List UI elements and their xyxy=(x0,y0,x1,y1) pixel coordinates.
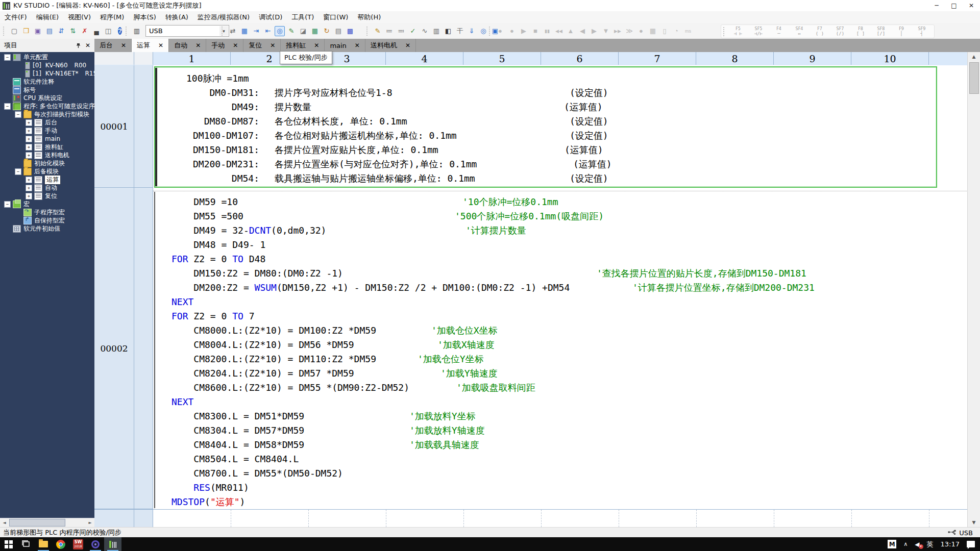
script-check-icon[interactable]: ✓ xyxy=(408,26,418,36)
volume-muted-icon[interactable]: ◀✕ xyxy=(915,541,919,548)
tray-expand-icon[interactable]: ∧ xyxy=(903,541,908,547)
tree-expander-icon[interactable]: − xyxy=(4,103,11,110)
tab-close-icon[interactable]: ✕ xyxy=(270,42,275,49)
step-down-icon[interactable]: ▼ xyxy=(601,26,611,36)
close-button[interactable]: ✕ xyxy=(963,0,980,11)
menu-item-help[interactable]: 帮助(H) xyxy=(353,11,385,23)
vertical-scrollbar[interactable]: ▲ ▼ xyxy=(967,52,980,527)
label-edit-icon[interactable]: ≕ xyxy=(396,26,406,36)
edit-mode-icon[interactable]: ✎ xyxy=(373,26,383,36)
fkey-sf7-button[interactable]: SF7(/) xyxy=(830,26,850,37)
record-alt-icon[interactable]: ● xyxy=(507,26,517,36)
fkey-f5-button[interactable]: F5⊣ ⊢ xyxy=(728,26,748,37)
run-continue-icon[interactable]: ≫ xyxy=(624,26,634,36)
plc-verify-sync-icon[interactable]: ◎ xyxy=(275,26,285,36)
plc-transfer-icon[interactable]: ▦ xyxy=(239,26,250,36)
clock[interactable]: 13:17 xyxy=(941,540,960,548)
taskbar-file-explorer-icon[interactable] xyxy=(35,537,52,551)
tab-backend[interactable]: 后台✕ xyxy=(94,39,132,52)
device-batch-icon[interactable]: ▦ xyxy=(310,26,320,36)
scroll-right-icon[interactable]: ► xyxy=(86,518,94,527)
menu-item-edit[interactable]: 编辑(E) xyxy=(32,11,63,23)
help-icon[interactable]: ? xyxy=(115,26,125,36)
timing-chart-icon[interactable]: ▥ xyxy=(431,26,442,36)
pin-icon[interactable] xyxy=(76,43,81,48)
step-forward-icon[interactable]: ▶ xyxy=(589,26,599,36)
print-icon[interactable]: ▄ xyxy=(91,26,102,36)
tree-item-device-comment[interactable]: 软元件注释 xyxy=(0,78,94,86)
start-button[interactable] xyxy=(0,537,17,551)
print-preview-icon[interactable]: ◫ xyxy=(103,26,113,36)
contrast-view-icon[interactable]: ◧ xyxy=(443,26,453,36)
tab-close-icon[interactable]: ✕ xyxy=(355,42,360,49)
menu-item-view[interactable]: 视图(V) xyxy=(63,11,95,23)
tree-item-module-compute[interactable]: +运算 xyxy=(0,176,94,184)
tab-feed-motor[interactable]: 送料电机✕ xyxy=(365,39,416,52)
scroll-up-icon[interactable]: ▲ xyxy=(968,52,980,61)
write-to-plc-icon[interactable]: ⇥ xyxy=(251,26,261,36)
stop-icon[interactable]: ■ xyxy=(530,26,541,36)
tab-compute[interactable]: 运算✕ xyxy=(132,39,169,52)
ms-unit-icon[interactable]: ms xyxy=(683,26,693,36)
minimize-button[interactable]: ─ xyxy=(928,0,945,11)
tab-close-icon[interactable]: ✕ xyxy=(405,42,410,49)
tab-close-icon[interactable]: ✕ xyxy=(314,42,319,49)
fkey-f7-button[interactable]: F7( ) xyxy=(810,26,830,37)
skip-to-start-icon[interactable]: ◀◀ xyxy=(554,26,564,36)
tab-close-icon[interactable]: ✕ xyxy=(233,42,238,49)
fkey-sf8-button[interactable]: SF8[/] xyxy=(871,26,891,37)
tree-expander-icon[interactable]: − xyxy=(4,201,11,208)
tree-expander-icon[interactable]: + xyxy=(26,193,32,199)
usb-connection-icon[interactable]: ⇄ xyxy=(228,26,238,36)
input-language-indicator[interactable]: 英 xyxy=(927,540,934,549)
tray-app-m-icon[interactable]: M xyxy=(888,540,896,548)
menu-item-tool[interactable]: 工具(T) xyxy=(287,11,318,23)
break-icon[interactable]: ● xyxy=(636,26,646,36)
taskbar-target-app-icon[interactable] xyxy=(87,537,104,551)
scroll-left-icon[interactable]: ◄ xyxy=(0,518,9,527)
open-project-icon[interactable]: ❒ xyxy=(21,26,31,36)
tree-item-macro-hold[interactable]: 自保持型宏 xyxy=(0,216,94,224)
tree-item-standby-module-folder[interactable]: −后备模块 xyxy=(0,167,94,176)
action-center-icon[interactable] xyxy=(967,541,975,547)
monitor-readout-icon[interactable]: ◪ xyxy=(298,26,308,36)
tab-main[interactable]: main✕ xyxy=(325,39,365,52)
fkey-f8-button[interactable]: F8[ ] xyxy=(850,26,871,37)
monitor-edit-icon[interactable]: ✎ xyxy=(286,26,297,36)
record-icon[interactable]: ● xyxy=(495,26,505,36)
frame-icon[interactable]: ▯ xyxy=(659,26,670,36)
tree-item-program-root[interactable]: −程序: 多仓位可随意设定序列摆放 xyxy=(0,102,94,110)
tab-close-icon[interactable]: ✕ xyxy=(158,42,163,49)
comm-setup-icon[interactable]: ▥ xyxy=(132,26,142,36)
pause-hand-icon[interactable]: ▦ xyxy=(648,26,658,36)
menu-item-file[interactable]: 文件(F) xyxy=(0,11,32,23)
tree-item-module-main[interactable]: +main xyxy=(0,135,94,143)
tree-item-module-feeder[interactable]: +送料电机 xyxy=(0,151,94,159)
save-as-icon[interactable]: ▤ xyxy=(44,26,55,36)
monitor-target-icon[interactable]: ◎ xyxy=(478,26,488,36)
skip-to-end-icon[interactable]: ▶▶ xyxy=(612,26,623,36)
fkey-sf5-button[interactable]: SF5⊣/⊢ xyxy=(748,26,769,37)
save-project-icon[interactable]: ▣ xyxy=(33,26,43,36)
tree-expander-icon[interactable]: + xyxy=(26,177,32,183)
delete-project-icon[interactable]: ✗ xyxy=(80,26,90,36)
tab-reset[interactable]: 复位✕ xyxy=(243,39,281,52)
trend-graph-icon[interactable]: ∿ xyxy=(420,26,430,36)
stopwatch-icon[interactable]: ◔ xyxy=(671,26,681,36)
scroll-down-icon[interactable]: ▼ xyxy=(968,518,980,527)
fkey-f4-button[interactable]: F4─ xyxy=(769,26,789,37)
read-from-plc-icon[interactable]: ⇤ xyxy=(263,26,273,36)
usb-combobox[interactable]: USB▾ xyxy=(145,25,229,37)
tree-item-module-backend[interactable]: +后台 xyxy=(0,118,94,127)
tree-item-module-manual[interactable]: +手动 xyxy=(0,127,94,135)
tab-close-icon[interactable]: ✕ xyxy=(121,42,126,49)
scrollbar-thumb[interactable] xyxy=(969,62,979,94)
menu-item-monitor-simulator[interactable]: 监控器/模拟器(N) xyxy=(193,11,254,23)
tree-item-label[interactable]: 标号 xyxy=(0,86,94,94)
tree-expander-icon[interactable]: − xyxy=(4,54,11,61)
close-panel-icon[interactable]: ✕ xyxy=(85,42,90,49)
refresh-comm-icon[interactable]: ↻ xyxy=(322,26,332,36)
tree-expander-icon[interactable]: + xyxy=(26,128,32,134)
step-up-icon[interactable]: ▲ xyxy=(566,26,576,36)
tree-item-init-module-folder[interactable]: 初始化模块 xyxy=(0,159,94,167)
